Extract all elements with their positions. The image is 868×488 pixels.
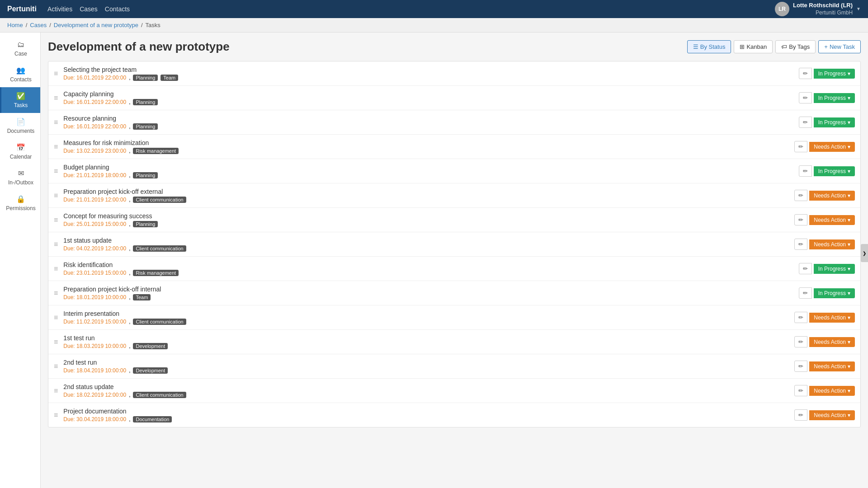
sidebar-item-documents[interactable]: 📄 Documents: [0, 113, 40, 139]
drag-handle-icon[interactable]: ≡: [54, 143, 58, 151]
task-status-label: Needs Action: [814, 217, 846, 223]
task-meta: Due: 21.01.2019 18:00:00 , Planning: [63, 172, 795, 178]
drag-handle-icon[interactable]: ≡: [54, 338, 58, 346]
task-row: ≡ Project documentation Due: 30.04.2019 …: [48, 403, 860, 427]
drag-handle-icon[interactable]: ≡: [54, 70, 58, 78]
drag-handle-icon[interactable]: ≡: [54, 314, 58, 322]
task-status-button[interactable]: Needs Action ▾: [809, 313, 855, 323]
task-edit-button[interactable]: ✏: [794, 214, 807, 225]
drag-handle-icon[interactable]: ≡: [54, 192, 58, 200]
task-status-button[interactable]: Needs Action ▾: [809, 142, 855, 152]
task-edit-button[interactable]: ✏: [799, 263, 812, 274]
drag-handle-icon[interactable]: ≡: [54, 240, 58, 249]
task-info: Selecting the project team Due: 16.01.20…: [63, 66, 795, 81]
task-edit-button[interactable]: ✏: [799, 117, 812, 128]
task-status-label: Needs Action: [814, 314, 846, 321]
task-status-button[interactable]: In Progress ▾: [814, 117, 855, 127]
navbar-user[interactable]: LR Lotte Rothschild (LR) Pertuniti GmbH …: [775, 2, 861, 16]
dropdown-icon: ▾: [848, 266, 850, 272]
comma-separator: ,: [129, 270, 130, 276]
task-row: ≡ Preparation project kick-off internal …: [48, 281, 860, 305]
breadcrumb-item-1[interactable]: Cases: [30, 22, 47, 28]
breadcrumb-item-0[interactable]: Home: [7, 22, 23, 28]
breadcrumb-item-2[interactable]: Development of a new prototype: [54, 22, 138, 28]
task-status-button[interactable]: Needs Action ▾: [809, 337, 855, 347]
collapse-handle[interactable]: ❯: [861, 244, 868, 262]
task-status-label: Needs Action: [814, 339, 846, 345]
new-task-button[interactable]: +New Task: [818, 40, 861, 53]
sidebar-item-contacts[interactable]: 👥 Contacts: [0, 61, 40, 87]
view-button-by-status[interactable]: ☰By Status: [687, 40, 731, 53]
drag-handle-icon[interactable]: ≡: [54, 411, 58, 419]
sidebar-item-case[interactable]: 🗂 Case: [0, 36, 40, 61]
task-name: 1st test run: [63, 334, 791, 342]
navbar-link-cases[interactable]: Cases: [80, 5, 98, 13]
task-status-button[interactable]: Needs Action ▾: [809, 386, 855, 396]
navbar-link-contacts[interactable]: Contacts: [105, 5, 130, 13]
task-meta: Due: 18.04.2019 10:00:00 , Development: [63, 367, 791, 374]
view-button-by-tags[interactable]: 🏷By Tags: [775, 40, 816, 53]
task-edit-button[interactable]: ✏: [794, 190, 807, 201]
task-info: Interim presentation Due: 11.02.2019 15:…: [63, 310, 791, 325]
navbar-link-activities[interactable]: Activities: [47, 5, 72, 13]
sidebar-item-label: Case: [14, 51, 27, 57]
task-status-button[interactable]: Needs Action ▾: [809, 215, 855, 225]
drag-handle-icon[interactable]: ≡: [54, 265, 58, 273]
task-tag: Documentation: [133, 416, 172, 422]
task-actions: ✏ Needs Action ▾: [794, 239, 855, 250]
task-tag: Planning: [133, 221, 158, 227]
brand[interactable]: Pertuniti: [7, 5, 37, 13]
task-status-label: In Progress: [818, 70, 846, 77]
drag-handle-icon[interactable]: ≡: [54, 118, 58, 127]
drag-handle-icon[interactable]: ≡: [54, 216, 58, 224]
drag-handle-icon[interactable]: ≡: [54, 362, 58, 371]
user-name: Lotte Rothschild (LR): [793, 2, 853, 9]
task-edit-button[interactable]: ✏: [794, 361, 807, 372]
page-title: Development of a new prototype: [48, 40, 230, 54]
drag-handle-icon[interactable]: ≡: [54, 94, 58, 102]
task-edit-button[interactable]: ✏: [794, 141, 807, 152]
task-status-button[interactable]: In Progress ▾: [814, 166, 855, 176]
task-actions: ✏ Needs Action ▾: [794, 190, 855, 201]
task-name: Measures for risk minimization: [63, 139, 791, 146]
task-edit-button[interactable]: ✏: [794, 336, 807, 347]
task-edit-button[interactable]: ✏: [794, 409, 807, 421]
task-info: Risk identification Due: 23.01.2019 15:0…: [63, 261, 795, 276]
sidebar-item-tasks[interactable]: ✅ Tasks: [0, 87, 40, 113]
task-edit-button[interactable]: ✏: [799, 68, 812, 79]
view-icon-by-tags: 🏷: [781, 43, 787, 50]
task-edit-button[interactable]: ✏: [799, 287, 812, 299]
task-status-button[interactable]: In Progress ▾: [814, 69, 855, 79]
dropdown-icon: ▾: [848, 192, 850, 199]
sidebar-item-permissions[interactable]: 🔒 Permissions: [0, 190, 40, 216]
main-content: Development of a new prototype ☰By Statu…: [41, 33, 868, 435]
navbar: Pertuniti ActivitiesCasesContacts LR Lot…: [0, 0, 868, 18]
drag-handle-icon[interactable]: ≡: [54, 167, 58, 175]
task-tag: Planning: [133, 172, 158, 178]
task-meta: Due: 04.02.2019 12:00:00 , Client commun…: [63, 245, 791, 252]
task-status-button[interactable]: Needs Action ▾: [809, 410, 855, 420]
comma-separator: ,: [129, 99, 130, 105]
task-name: Budget planning: [63, 164, 795, 171]
drag-handle-icon[interactable]: ≡: [54, 387, 58, 395]
task-edit-button[interactable]: ✏: [799, 92, 812, 103]
sidebar-item-inoutbox[interactable]: ✉ In-/Outbox: [0, 164, 40, 190]
comma-separator: ,: [129, 75, 130, 81]
task-status-button[interactable]: Needs Action ▾: [809, 361, 855, 371]
view-button-kanban[interactable]: ⊞Kanban: [734, 40, 773, 53]
task-edit-button[interactable]: ✏: [794, 385, 807, 396]
sidebar-item-calendar[interactable]: 📅 Calendar: [0, 139, 40, 164]
task-status-button[interactable]: Needs Action ▾: [809, 191, 855, 201]
drag-handle-icon[interactable]: ≡: [54, 289, 58, 297]
task-name: Project documentation: [63, 408, 791, 415]
task-edit-button[interactable]: ✏: [794, 239, 807, 250]
dropdown-icon: ▾: [848, 70, 850, 77]
task-status-button[interactable]: In Progress ▾: [814, 93, 855, 103]
task-status-button[interactable]: Needs Action ▾: [809, 239, 855, 249]
task-row: ≡ Resource planning Due: 16.01.2019 22:0…: [48, 110, 860, 135]
task-edit-button[interactable]: ✏: [799, 165, 812, 177]
task-edit-button[interactable]: ✏: [794, 312, 807, 323]
comma-separator: ,: [129, 221, 130, 227]
task-status-button[interactable]: In Progress ▾: [814, 264, 855, 274]
task-status-button[interactable]: In Progress ▾: [814, 288, 855, 298]
